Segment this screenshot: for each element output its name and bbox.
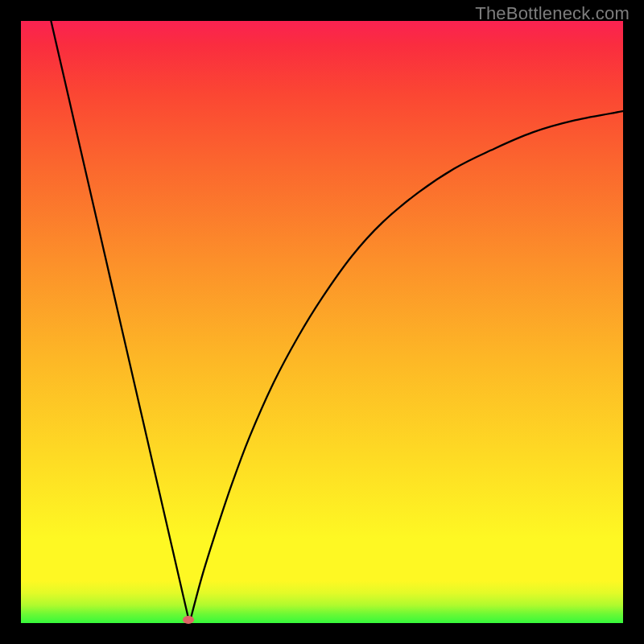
curve-svg	[21, 21, 623, 623]
chart-frame: TheBottleneck.com	[0, 0, 644, 644]
plot-area	[21, 21, 623, 623]
curve-left-branch	[51, 21, 189, 623]
curve-right-branch	[189, 111, 623, 623]
minimum-marker	[183, 616, 194, 624]
